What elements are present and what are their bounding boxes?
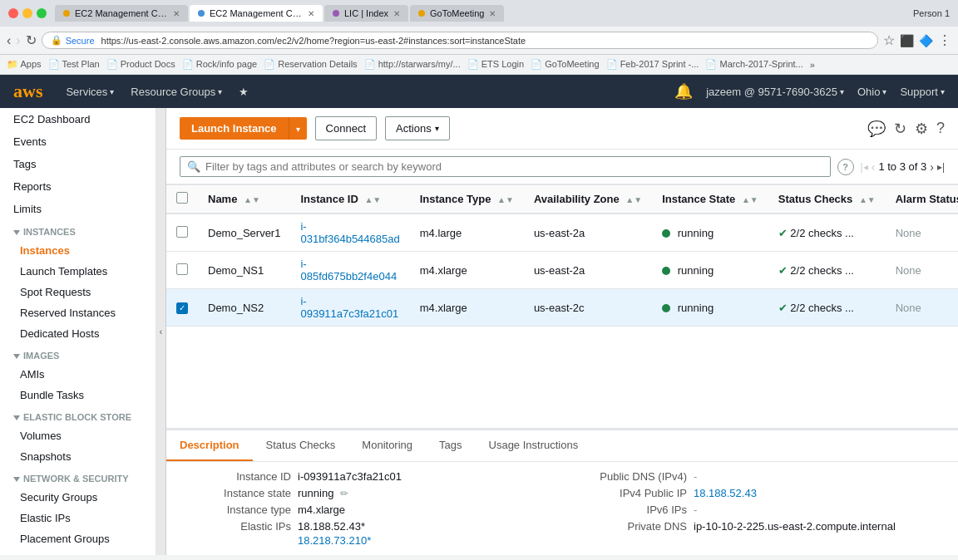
detail-tab-tags[interactable]: Tags bbox=[426, 430, 475, 461]
row1-instance-id-link[interactable]: i-031bf364b544685ad bbox=[300, 220, 399, 245]
browser-tab-4[interactable]: GoToMeeting ✕ bbox=[410, 5, 504, 22]
network-section-header[interactable]: NETWORK & SECURITY bbox=[0, 467, 156, 487]
sidebar-item-reports[interactable]: Reports bbox=[0, 175, 156, 198]
test-plan-bookmark[interactable]: 📄 Test Plan bbox=[48, 59, 100, 70]
favorites-nav[interactable]: ★ bbox=[239, 86, 249, 98]
col-name[interactable]: Name ▲▼ bbox=[198, 185, 290, 214]
sidebar-item-security-groups[interactable]: Security Groups bbox=[0, 487, 156, 508]
table-row[interactable]: Demo_NS1 i-085fd675bb2f4e044 m4.xlarge u… bbox=[166, 252, 958, 289]
launch-instance-dropdown-btn[interactable]: ▾ bbox=[289, 117, 307, 140]
detail-tab-description[interactable]: Description bbox=[166, 430, 253, 461]
sidebar-toggle-btn[interactable]: ‹ bbox=[156, 108, 166, 555]
instances-section-collapse[interactable] bbox=[13, 227, 20, 237]
row2-name[interactable]: Demo_NS1 bbox=[198, 252, 290, 289]
refresh-btn[interactable]: ↻ bbox=[26, 32, 37, 48]
rock-info-bookmark[interactable]: 📄 Rock/info page bbox=[182, 59, 257, 70]
images-section-header[interactable]: IMAGES bbox=[0, 344, 156, 364]
col-instance-state[interactable]: Instance State ▲▼ bbox=[652, 185, 768, 214]
starwars-bookmark[interactable]: 📄 http://starwars/my/... bbox=[364, 59, 461, 70]
detail-tab-usage-instructions[interactable]: Usage Instructions bbox=[476, 430, 592, 461]
col-alarm-status[interactable]: Alarm Status ▲▼ bbox=[886, 185, 958, 214]
apps-bookmark[interactable]: 📁 Apps bbox=[7, 59, 42, 70]
help-btn[interactable]: ? bbox=[936, 120, 945, 137]
ebs-section-collapse[interactable] bbox=[13, 412, 20, 422]
table-row[interactable]: Demo_Server1 i-031bf364b544685ad m4.larg… bbox=[166, 214, 958, 252]
row1-instance-id[interactable]: i-031bf364b544685ad bbox=[290, 214, 409, 252]
sidebar-item-limits[interactable]: Limits bbox=[0, 198, 156, 220]
row3-name[interactable]: Demo_NS2 bbox=[198, 289, 290, 327]
sidebar-item-volumes[interactable]: Volumes bbox=[0, 425, 156, 446]
sidebar-item-instances[interactable]: Instances bbox=[0, 240, 156, 261]
sidebar-item-elastic-ips[interactable]: Elastic IPs bbox=[0, 508, 156, 528]
row1-name[interactable]: Demo_Server1 bbox=[198, 214, 290, 252]
sidebar-item-dedicated-hosts[interactable]: Dedicated Hosts bbox=[0, 323, 156, 344]
connect-btn[interactable]: Connect bbox=[315, 116, 377, 140]
search-input-wrap[interactable]: 🔍 bbox=[180, 156, 831, 177]
sidebar-item-snapshots[interactable]: Snapshots bbox=[0, 446, 156, 467]
prev-page-btn[interactable]: ‹ bbox=[872, 160, 876, 174]
sidebar-item-tags[interactable]: Tags bbox=[0, 153, 156, 175]
browser-tab-1[interactable]: EC2 Management Console ✕ bbox=[55, 5, 188, 22]
row3-instance-id[interactable]: i-093911a7c3fa21c01 bbox=[290, 289, 409, 327]
sidebar-item-bundle-tasks[interactable]: Bundle Tasks bbox=[0, 385, 156, 405]
col-instance-id[interactable]: Instance ID ▲▼ bbox=[290, 185, 409, 214]
maximize-window-btn[interactable] bbox=[37, 8, 47, 18]
browser-tab-3[interactable]: LIC | Index ✕ bbox=[324, 5, 408, 22]
bell-icon[interactable]: 🔔 bbox=[674, 82, 693, 101]
reservation-details-bookmark[interactable]: 📄 Reservation Details bbox=[264, 59, 357, 70]
address-bar[interactable]: 🔒 Secure https://us-east-2.console.aws.a… bbox=[42, 32, 878, 49]
sidebar-item-spot-requests[interactable]: Spot Requests bbox=[0, 282, 156, 302]
ets-login-bookmark[interactable]: 📄 ETS Login bbox=[467, 59, 524, 70]
aws-logo[interactable]: aws bbox=[13, 81, 42, 102]
row1-checkbox[interactable] bbox=[176, 226, 188, 238]
march-sprint-bookmark[interactable]: 📄 March-2017-Sprint... bbox=[705, 59, 802, 70]
chat-btn[interactable]: 💬 bbox=[867, 120, 886, 138]
gotomeeting-bookmark[interactable]: 📄 GoToMeeting bbox=[531, 59, 599, 70]
images-section-collapse[interactable] bbox=[13, 351, 20, 361]
extension-icon-1[interactable]: ⬛ bbox=[900, 34, 914, 47]
first-page-btn[interactable]: |◂ bbox=[861, 161, 868, 173]
tab4-close[interactable]: ✕ bbox=[489, 9, 496, 18]
sidebar-item-events[interactable]: Events bbox=[0, 130, 156, 153]
settings-btn[interactable]: ⚙ bbox=[915, 120, 928, 138]
close-window-btn[interactable] bbox=[8, 8, 18, 18]
services-nav[interactable]: Services ▾ bbox=[66, 86, 114, 98]
resource-groups-nav[interactable]: Resource Groups ▾ bbox=[131, 86, 222, 98]
search-help-icon[interactable]: ? bbox=[837, 159, 854, 175]
actions-btn[interactable]: Actions ▾ bbox=[385, 116, 450, 140]
minimize-window-btn[interactable] bbox=[22, 8, 32, 18]
table-row[interactable]: ✓ Demo_NS2 i-093911a7c3fa21c01 m4.xlarge bbox=[166, 289, 958, 327]
row2-checkbox[interactable] bbox=[176, 263, 188, 275]
network-section-collapse[interactable] bbox=[13, 474, 20, 484]
detail-tab-monitoring[interactable]: Monitoring bbox=[348, 430, 426, 461]
sidebar-item-amis[interactable]: AMIs bbox=[0, 364, 156, 385]
row2-instance-id[interactable]: i-085fd675bb2f4e044 bbox=[290, 252, 409, 289]
ipv4-value[interactable]: 18.188.52.43 bbox=[694, 487, 757, 499]
extension-icon-2[interactable]: 🔷 bbox=[919, 34, 933, 47]
select-all-header[interactable] bbox=[166, 185, 198, 214]
user-menu[interactable]: jazeem @ 9571-7690-3625 ▾ bbox=[706, 86, 844, 98]
elastic-ip-link-2[interactable]: 18.218.73.210* bbox=[298, 534, 371, 547]
row3-checkbox-cell[interactable]: ✓ bbox=[166, 289, 198, 327]
more-menu-btn[interactable]: ⋮ bbox=[938, 32, 951, 48]
row2-instance-id-link[interactable]: i-085fd675bb2f4e044 bbox=[300, 258, 397, 282]
forward-btn[interactable]: › bbox=[16, 33, 20, 48]
select-all-checkbox[interactable] bbox=[176, 192, 188, 204]
bookmark-star[interactable]: ☆ bbox=[883, 32, 895, 48]
sidebar-item-launch-templates[interactable]: Launch Templates bbox=[0, 261, 156, 282]
col-status-checks[interactable]: Status Checks ▲▼ bbox=[768, 185, 886, 214]
row1-checkbox-cell[interactable] bbox=[166, 214, 198, 252]
ebs-section-header[interactable]: ELASTIC BLOCK STORE bbox=[0, 405, 156, 425]
row3-checkbox[interactable]: ✓ bbox=[176, 302, 188, 314]
col-instance-type[interactable]: Instance Type ▲▼ bbox=[410, 185, 524, 214]
back-btn[interactable]: ‹ bbox=[7, 33, 11, 48]
sidebar-item-ec2-dashboard[interactable]: EC2 Dashboard bbox=[0, 108, 156, 130]
product-docs-bookmark[interactable]: 📄 Product Docs bbox=[106, 59, 175, 70]
detail-tab-status-checks[interactable]: Status Checks bbox=[253, 430, 349, 461]
launch-instance-btn[interactable]: Launch Instance bbox=[180, 117, 289, 140]
next-page-btn[interactable]: › bbox=[930, 160, 934, 174]
search-input[interactable] bbox=[205, 160, 823, 173]
instance-state-edit-icon[interactable]: ✏ bbox=[340, 488, 348, 499]
sidebar-item-reserved-instances[interactable]: Reserved Instances bbox=[0, 302, 156, 323]
browser-tab-2[interactable]: EC2 Management Console ✕ bbox=[190, 5, 323, 22]
